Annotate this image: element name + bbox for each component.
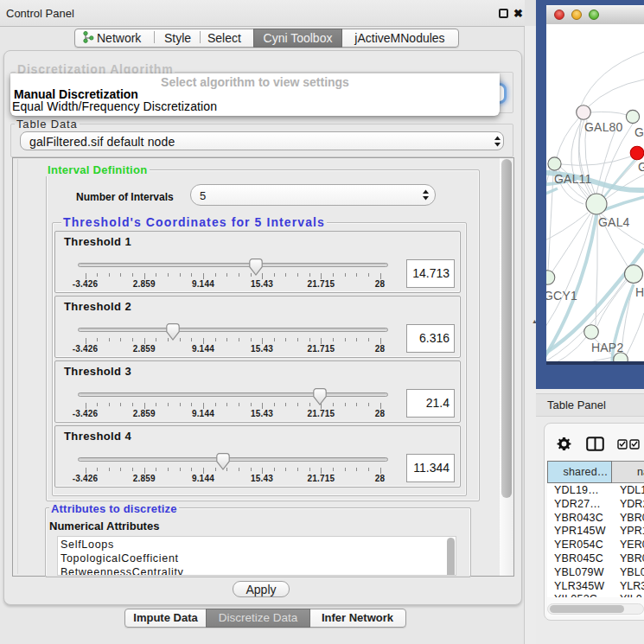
svg-text:HAP2: HAP2 (591, 341, 623, 354)
svg-text:GCY1: GCY1 (546, 289, 577, 303)
svg-text:GAL11: GAL11 (554, 172, 592, 186)
svg-text:GA: GA (634, 125, 644, 139)
svg-text:GAL80: GAL80 (584, 120, 623, 134)
svg-text:GAL4: GAL4 (598, 215, 630, 229)
svg-text:G: G (638, 160, 644, 174)
svg-text:H: H (635, 285, 644, 299)
